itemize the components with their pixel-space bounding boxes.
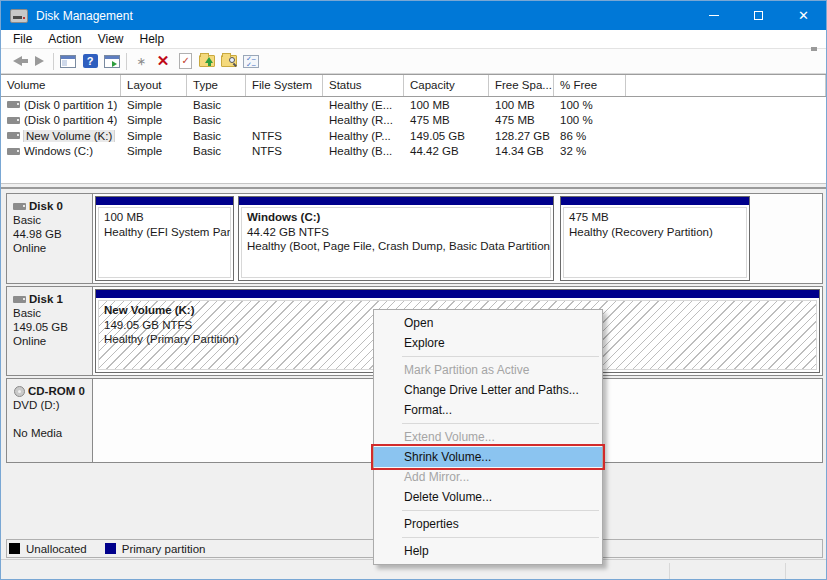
disk-name: Disk 0 <box>29 199 63 213</box>
properties-button[interactable]: ✓–✓– <box>240 51 262 72</box>
close-button[interactable]: ✕ <box>781 1 826 30</box>
table-row-selected[interactable]: New Volume (K:) Simple Basic NTFS Health… <box>1 128 826 144</box>
partition-color-band <box>561 197 749 207</box>
volume-status: Healthy (R... <box>323 114 404 126</box>
open-button[interactable] <box>196 51 218 72</box>
volume-pctfree: 100 % <box>554 114 626 126</box>
column-header-capacity[interactable]: Capacity <box>404 75 489 96</box>
back-button[interactable] <box>6 51 28 72</box>
disk0-row: Disk 0 Basic 44.98 GB Online 100 MB Heal… <box>6 193 823 284</box>
forward-icon <box>35 56 44 66</box>
table-row[interactable]: (Disk 0 partition 4) Simple Basic Health… <box>1 113 826 129</box>
partition-status: Healthy (EFI System Partit <box>104 225 225 240</box>
volume-fs: NTFS <box>246 130 323 142</box>
volume-name: New Volume (K:) <box>24 130 114 142</box>
context-menu-item-delete-volume[interactable]: Delete Volume... <box>374 487 602 507</box>
column-header-volume[interactable]: Volume <box>1 75 121 96</box>
volume-capacity: 475 MB <box>404 114 489 126</box>
context-menu-item-shrink-volume[interactable]: Shrink Volume... <box>374 447 602 467</box>
volume-capacity: 44.42 GB <box>404 145 489 157</box>
volume-free: 100 MB <box>489 99 554 111</box>
context-menu-item-open[interactable]: Open <box>374 313 602 333</box>
disk-kind: Basic <box>13 306 88 320</box>
table-row[interactable]: Windows (C:) Simple Basic NTFS Healthy (… <box>1 144 826 160</box>
folder-search-icon <box>221 55 237 67</box>
partition-color-band <box>96 290 819 300</box>
volume-icon <box>7 148 20 155</box>
document-check-icon <box>179 53 192 69</box>
disk-icon <box>13 203 26 210</box>
primary-partition-swatch <box>105 543 116 554</box>
partition-size: 475 MB <box>569 210 741 225</box>
table-row[interactable]: (Disk 0 partition 1) Simple Basic Health… <box>1 97 826 113</box>
partition-recovery[interactable]: 475 MB Healthy (Recovery Partition) <box>560 196 750 281</box>
volume-free: 128.27 GB <box>489 130 554 142</box>
context-menu-item-properties[interactable]: Properties <box>374 514 602 534</box>
help-button[interactable]: ? <box>79 51 101 72</box>
tool-button[interactable]: ⚹ <box>130 51 152 72</box>
delete-button[interactable]: ✕ <box>152 51 174 72</box>
column-header-type[interactable]: Type <box>187 75 246 96</box>
context-menu-item-explore[interactable]: Explore <box>374 333 602 353</box>
explore-button[interactable] <box>218 51 240 72</box>
volume-type: Basic <box>187 114 246 126</box>
context-menu-item-extend-volume: Extend Volume... <box>374 427 602 447</box>
column-header-pctfree[interactable]: % Free <box>554 75 626 96</box>
cd-icon <box>13 386 25 396</box>
volume-status: Healthy (E... <box>323 99 404 111</box>
column-header-status[interactable]: Status <box>323 75 404 96</box>
partition-color-band <box>96 197 233 207</box>
menu-file[interactable]: File <box>5 30 40 48</box>
partition-windows-c[interactable]: Windows (C:) 44.42 GB NTFS Healthy (Boot… <box>238 196 554 281</box>
context-menu-separator <box>402 356 599 357</box>
volume-free: 475 MB <box>489 114 554 126</box>
column-header-filesystem[interactable]: File System <box>246 75 323 96</box>
column-header-filler <box>626 75 826 96</box>
context-menu-item-format[interactable]: Format... <box>374 400 602 420</box>
partition-status: Healthy (Boot, Page File, Crash Dump, Ba… <box>247 239 545 254</box>
column-header-freespace[interactable]: Free Spa... <box>489 75 554 96</box>
forward-button[interactable] <box>28 51 50 72</box>
volume-name: (Disk 0 partition 1) <box>24 99 117 111</box>
close-icon: ✕ <box>798 8 809 23</box>
context-menu-item-change-drive-letter[interactable]: Change Drive Letter and Paths... <box>374 380 602 400</box>
console-tree-icon <box>60 55 76 68</box>
volume-layout: Simple <box>121 130 187 142</box>
disk-kind: Basic <box>13 213 88 227</box>
title-bar: Disk Management ✕ <box>1 1 826 30</box>
disk0-label-panel[interactable]: Disk 0 Basic 44.98 GB Online <box>7 194 93 283</box>
statusbar-divider <box>785 563 786 579</box>
disk1-label-panel[interactable]: Disk 1 Basic 149.05 GB Online <box>7 287 93 375</box>
menu-action[interactable]: Action <box>40 30 89 48</box>
volume-capacity: 100 MB <box>404 99 489 111</box>
volume-pctfree: 100 % <box>554 99 626 111</box>
back-icon <box>13 56 22 66</box>
volume-icon <box>7 132 20 139</box>
volume-status: Healthy (P... <box>323 130 404 142</box>
volume-layout: Simple <box>121 145 187 157</box>
mark-active-button[interactable] <box>174 51 196 72</box>
cdrom-name: CD-ROM 0 <box>28 384 85 398</box>
properties-list-icon: ✓–✓– <box>243 55 259 68</box>
pane-splitter[interactable] <box>1 183 826 191</box>
menu-help[interactable]: Help <box>132 30 173 48</box>
volume-pctfree: 32 % <box>554 145 626 157</box>
volume-layout: Simple <box>121 114 187 126</box>
disk-size: 44.98 GB <box>13 227 88 241</box>
column-header-layout[interactable]: Layout <box>121 75 187 96</box>
volume-capacity: 149.05 GB <box>404 130 489 142</box>
context-menu-item-mark-partition-active: Mark Partition as Active <box>374 360 602 380</box>
disk0-strip: 100 MB Healthy (EFI System Partit Window… <box>93 194 822 283</box>
partition-size: 100 MB <box>104 210 225 225</box>
context-menu-item-help[interactable]: Help <box>374 541 602 561</box>
cdrom-label-panel[interactable]: CD-ROM 0 DVD (D:) No Media <box>7 379 93 462</box>
minimize-button[interactable] <box>691 1 736 30</box>
partition-efi[interactable]: 100 MB Healthy (EFI System Partit <box>95 196 234 281</box>
volume-free: 14.34 GB <box>489 145 554 157</box>
menu-view[interactable]: View <box>90 30 132 48</box>
action-pane-button[interactable] <box>101 51 123 72</box>
console-tree-button[interactable] <box>57 51 79 72</box>
volume-type: Basic <box>187 145 246 157</box>
partition-size: 44.42 GB NTFS <box>247 225 545 240</box>
maximize-button[interactable] <box>736 1 781 30</box>
